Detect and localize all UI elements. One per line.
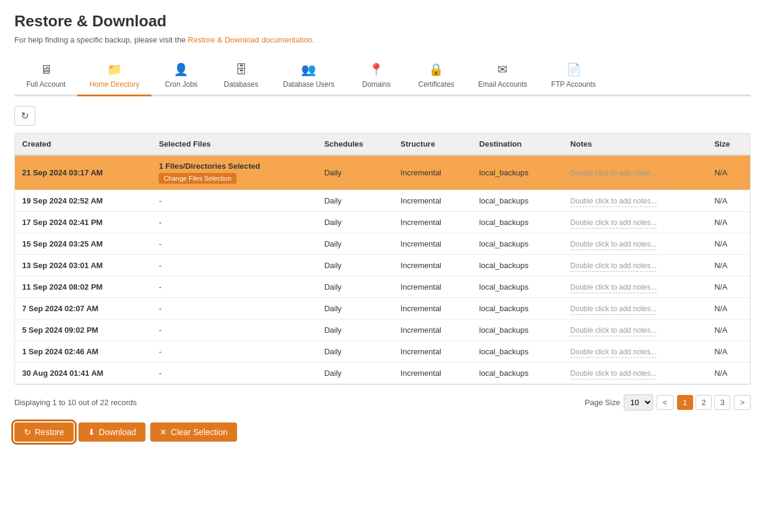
cell-notes[interactable]: Double click to add notes... (563, 233, 708, 255)
tab-icon-home-directory: 📁 (107, 62, 122, 77)
cell-destination: local_backups (472, 363, 563, 384)
cell-created: 30 Aug 2024 01:41 AM (15, 363, 151, 384)
notes-text[interactable]: Double click to add notes... (570, 348, 657, 358)
cell-notes[interactable]: Double click to add notes... (563, 276, 708, 298)
notes-text[interactable]: Double click to add notes... (570, 240, 657, 250)
cell-structure: Incremental (393, 233, 472, 255)
table-row[interactable]: 21 Sep 2024 03:17 AM1 Files/Directories … (15, 155, 750, 190)
cell-created: 7 Sep 2024 02:07 AM (15, 298, 151, 320)
cell-size: N/A (707, 276, 750, 298)
cell-size: N/A (707, 212, 750, 233)
tab-cron-jobs[interactable]: 👤Cron Jobs (151, 56, 211, 96)
download-button[interactable]: ⬇ Download (78, 422, 145, 442)
cell-structure: Incremental (393, 298, 472, 320)
notes-text[interactable]: Double click to add notes... (570, 262, 657, 272)
cell-selected-files: - (151, 190, 317, 212)
page-subtitle: For help finding a specific backup, plea… (14, 35, 751, 44)
table-row[interactable]: 19 Sep 2024 02:52 AM-DailyIncrementalloc… (15, 190, 750, 212)
table-header: CreatedSelected FilesSchedulesStructureD… (15, 133, 750, 155)
cell-selected-files: - (151, 233, 317, 255)
tab-ftp-accounts[interactable]: 📄FTP Accounts (539, 56, 608, 96)
table-row[interactable]: 30 Aug 2024 01:41 AM-DailyIncrementalloc… (15, 363, 750, 384)
prev-page-button[interactable]: < (657, 395, 673, 410)
col-destination: Destination (472, 133, 563, 155)
notes-text[interactable]: Double click to add notes... (570, 305, 657, 315)
tab-label-database-users: Database Users (283, 80, 335, 89)
page-button-3[interactable]: 3 (714, 395, 730, 410)
table-row[interactable]: 7 Sep 2024 02:07 AM-DailyIncrementalloca… (15, 298, 750, 320)
cell-created: 11 Sep 2024 08:02 PM (15, 276, 151, 298)
cell-schedules: Daily (317, 298, 393, 320)
pagination-controls: Page Size 102550 < 123 > (585, 394, 751, 411)
cell-selected-files: - (151, 212, 317, 233)
cell-notes[interactable]: Double click to add notes... (563, 190, 708, 212)
cell-created: 5 Sep 2024 09:02 PM (15, 320, 151, 341)
cell-notes[interactable]: Double click to add notes... (563, 255, 708, 276)
cell-destination: local_backups (472, 190, 563, 212)
cell-destination: local_backups (472, 212, 563, 233)
tab-home-directory[interactable]: 📁Home Directory (77, 56, 151, 96)
cell-notes[interactable]: Double click to add notes... (563, 155, 708, 190)
tab-certificates[interactable]: 🔒Certificates (406, 56, 466, 96)
cell-notes[interactable]: Double click to add notes... (563, 341, 708, 363)
tab-icon-full-account: 🖥 (40, 63, 52, 77)
notes-text[interactable]: Double click to add notes... (570, 169, 657, 179)
restore-label: Restore (35, 427, 64, 437)
page-button-1[interactable]: 1 (677, 395, 693, 410)
cell-destination: local_backups (472, 320, 563, 341)
cell-structure: Incremental (393, 363, 472, 384)
tab-label-ftp-accounts: FTP Accounts (551, 80, 596, 89)
notes-text[interactable]: Double click to add notes... (570, 197, 657, 207)
cell-size: N/A (707, 255, 750, 276)
tab-email-accounts[interactable]: ✉Email Accounts (466, 56, 539, 96)
next-page-button[interactable]: > (734, 395, 751, 410)
cell-structure: Incremental (393, 212, 472, 233)
selected-files-text: 1 Files/Directories Selected (159, 162, 309, 171)
table-row[interactable]: 17 Sep 2024 02:41 PM-DailyIncrementalloc… (15, 212, 750, 233)
col-created: Created (15, 133, 151, 155)
page-button-2[interactable]: 2 (696, 395, 712, 410)
cell-schedules: Daily (317, 212, 393, 233)
cell-notes[interactable]: Double click to add notes... (563, 298, 708, 320)
notes-text[interactable]: Double click to add notes... (570, 283, 657, 293)
page-size-select[interactable]: 102550 (624, 394, 653, 411)
cell-schedules: Daily (317, 341, 393, 363)
cell-schedules: Daily (317, 276, 393, 298)
tab-icon-domains: 📍 (369, 62, 384, 77)
notes-text[interactable]: Double click to add notes... (570, 218, 657, 229)
restore-button[interactable]: ↻ Restore (14, 422, 74, 442)
refresh-button[interactable]: ↻ (14, 106, 35, 126)
clear-icon: ✕ (160, 427, 167, 437)
cell-destination: local_backups (472, 155, 563, 190)
cell-notes[interactable]: Double click to add notes... (563, 363, 708, 384)
cell-notes[interactable]: Double click to add notes... (563, 212, 708, 233)
change-files-button[interactable]: Change Files Selection (159, 173, 236, 184)
tab-databases[interactable]: 🗄Databases (211, 56, 271, 96)
cell-selected-files: - (151, 276, 317, 298)
table-row[interactable]: 11 Sep 2024 08:02 PM-DailyIncrementalloc… (15, 276, 750, 298)
subtitle-link[interactable]: Restore & Download documentation. (188, 35, 315, 44)
records-info: Displaying 1 to 10 out of 22 records (14, 398, 137, 407)
table-row[interactable]: 15 Sep 2024 03:25 AM-DailyIncrementalloc… (15, 233, 750, 255)
cell-selected-files: 1 Files/Directories SelectedChange Files… (151, 155, 317, 190)
tab-full-account[interactable]: 🖥Full Account (14, 56, 77, 96)
bottom-bar: Displaying 1 to 10 out of 22 records Pag… (14, 394, 751, 411)
tab-database-users[interactable]: 👥Database Users (271, 56, 347, 96)
tab-label-full-account: Full Account (26, 80, 65, 89)
tab-icon-email-accounts: ✉ (497, 62, 508, 77)
notes-text[interactable]: Double click to add notes... (570, 326, 657, 336)
clear-selection-button[interactable]: ✕ Clear Selection (150, 422, 237, 442)
cell-structure: Incremental (393, 276, 472, 298)
table-row[interactable]: 5 Sep 2024 09:02 PM-DailyIncrementalloca… (15, 320, 750, 341)
table-row[interactable]: 13 Sep 2024 03:01 AM-DailyIncrementalloc… (15, 255, 750, 276)
cell-notes[interactable]: Double click to add notes... (563, 320, 708, 341)
cell-size: N/A (707, 363, 750, 384)
page-size-label: Page Size (585, 398, 620, 407)
cell-schedules: Daily (317, 233, 393, 255)
restore-icon: ↻ (24, 427, 31, 437)
table-row[interactable]: 1 Sep 2024 02:46 AM-DailyIncrementalloca… (15, 341, 750, 363)
cell-schedules: Daily (317, 320, 393, 341)
tab-domains[interactable]: 📍Domains (347, 56, 406, 96)
cell-destination: local_backups (472, 255, 563, 276)
notes-text[interactable]: Double click to add notes... (570, 369, 657, 379)
